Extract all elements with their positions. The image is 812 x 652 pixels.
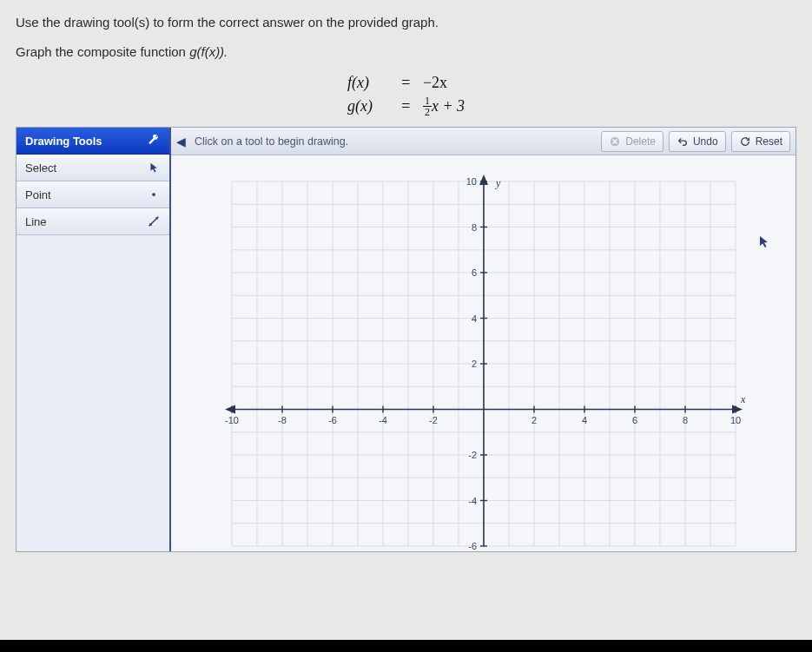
graph-toolbar: ◀ Click on a tool to begin drawing. Dele…	[171, 128, 795, 155]
svg-text:x: x	[740, 393, 746, 405]
delete-button[interactable]: Delete	[601, 131, 663, 152]
svg-text:-4: -4	[379, 415, 387, 425]
line-icon	[147, 214, 161, 228]
toolbar-hint: Click on a tool to begin drawing.	[191, 135, 596, 148]
cursor-icon	[147, 161, 161, 175]
tools-sidebar: Drawing Tools Select Point Line	[17, 128, 171, 551]
svg-text:-2: -2	[468, 450, 477, 460]
wrench-icon	[147, 134, 161, 148]
undo-button[interactable]: Undo	[669, 131, 726, 152]
reset-icon	[739, 135, 751, 148]
svg-text:6: 6	[471, 267, 476, 278]
bottom-bar	[0, 640, 812, 652]
point-icon	[147, 188, 161, 201]
tool-line[interactable]: Line	[17, 208, 169, 235]
svg-text:-8: -8	[278, 415, 287, 425]
undo-icon	[677, 135, 689, 148]
caret-left-icon[interactable]: ◀	[176, 135, 186, 148]
tool-select[interactable]: Select	[17, 155, 169, 181]
equations-block: f(x) = −2x g(x) = 12x + 3	[0, 71, 812, 118]
svg-text:2: 2	[531, 415, 536, 425]
instruction-line-1: Use the drawing tool(s) to form the corr…	[16, 12, 796, 33]
svg-marker-45	[732, 405, 743, 414]
delete-icon	[609, 135, 621, 148]
svg-text:10: 10	[465, 176, 476, 187]
svg-text:4: 4	[471, 313, 476, 324]
svg-text:-6: -6	[328, 415, 337, 425]
graph-canvas[interactable]: -10-8-6-4-2246810-6-4-2246810yx	[171, 155, 795, 551]
svg-marker-47	[479, 175, 488, 185]
svg-text:8: 8	[682, 415, 687, 425]
svg-text:6: 6	[631, 415, 637, 425]
mouse-cursor-icon	[757, 235, 771, 253]
svg-text:-4: -4	[468, 496, 477, 506]
svg-text:10: 10	[729, 415, 740, 425]
tools-header: Drawing Tools	[17, 128, 169, 155]
tool-point[interactable]: Point	[17, 181, 169, 208]
svg-text:8: 8	[471, 222, 476, 233]
svg-text:2: 2	[471, 359, 476, 369]
drawing-workspace: Drawing Tools Select Point Line ◀	[16, 127, 796, 552]
svg-text:y: y	[495, 177, 501, 189]
instruction-line-2: Graph the composite function g(f(x)).	[16, 42, 796, 63]
reset-button[interactable]: Reset	[731, 131, 790, 152]
svg-text:-6: -6	[468, 541, 477, 551]
coordinate-grid: -10-8-6-4-2246810-6-4-2246810yx	[215, 173, 753, 551]
svg-text:-10: -10	[225, 415, 239, 425]
svg-text:-2: -2	[429, 415, 438, 425]
svg-point-0	[152, 194, 155, 197]
svg-text:4: 4	[581, 415, 586, 425]
svg-marker-46	[225, 405, 235, 414]
